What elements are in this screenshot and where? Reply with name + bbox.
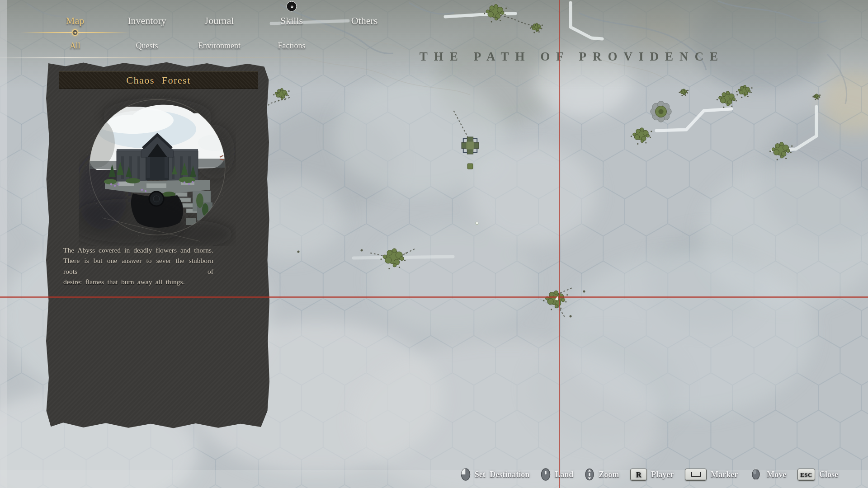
subtab-environment[interactable]: Environment [198,41,241,51]
map-location[interactable] [583,291,585,293]
control-label: Land [555,470,573,479]
mouse-scroll-icon [585,467,594,482]
tab-journal[interactable]: Journal [205,15,234,27]
skills-chevron-up-icon: « [287,1,297,12]
tab-others[interactable]: Others [351,15,378,27]
map-location[interactable] [570,315,572,318]
tab-skills[interactable]: Skills [280,15,303,27]
mouse-middle-icon [541,468,551,481]
map-location[interactable] [467,164,473,169]
control-label: Marker [711,470,738,479]
location-illustration [79,89,236,246]
marker-control[interactable]: Marker [685,469,738,481]
crosshair-vertical-line [559,0,560,488]
key-esc: ESC [797,469,815,481]
player-control[interactable]: R Player [630,469,674,481]
control-label: Set Destination [475,470,530,479]
set-destination-control[interactable]: Set Destination [461,468,530,481]
map-location[interactable] [361,249,363,252]
control-label: Player [651,470,674,479]
location-title-band: Chaos Forest [59,71,258,89]
crosshair-horizontal-line [0,296,868,298]
key-r: R [630,469,647,481]
tab-map[interactable]: Map [66,15,84,27]
mouse-left-icon [461,468,471,481]
location-info-panel: Chaos Forest [45,61,270,429]
tab-inventory[interactable]: Inventory [127,15,166,27]
move-control[interactable]: Move [749,467,786,482]
mouse-move-icon [749,467,763,482]
description-line: There is but one answer to sever the stu… [63,255,213,277]
zoom-control[interactable]: Zoom [585,467,619,482]
location-description: The Abyss covered in deadly flowers and … [63,245,213,287]
subtab-factions[interactable]: Factions [278,41,306,51]
control-label: Zoom [599,470,619,479]
spacebar-key-icon [685,469,707,481]
active-tab-ornament-icon [72,29,79,36]
subtab-separator [0,57,353,58]
control-hints-bar: Set Destination Land Zoom R Player Marke… [461,467,838,482]
game-map-screen: { "nav_main": [ {"label":"Map","active":… [0,0,868,488]
description-line: desire: flames that burn away all things… [63,277,213,287]
region-title: THE PATH OF PROVIDENCE [420,50,724,64]
land-control[interactable]: Land [541,468,573,481]
control-label: Close [819,470,838,479]
subtab-all[interactable]: All [70,41,80,51]
map-location[interactable] [476,222,478,225]
description-line: The Abyss covered in deadly flowers and … [63,245,213,255]
close-control[interactable]: ESC Close [797,469,838,481]
subtab-quests[interactable]: Quests [136,41,158,51]
map-location[interactable] [297,251,300,253]
map-location[interactable] [651,101,671,122]
location-title: Chaos Forest [126,75,191,86]
control-label: Move [767,470,786,479]
